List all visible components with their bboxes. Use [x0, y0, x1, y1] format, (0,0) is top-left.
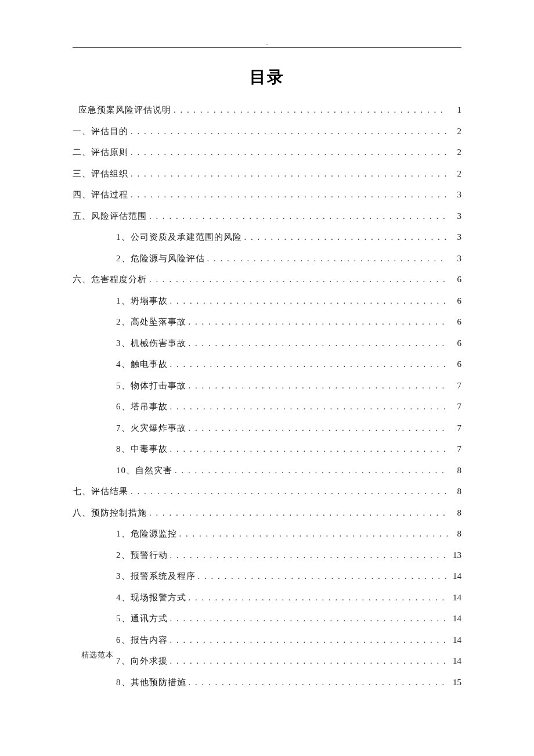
toc-leader-dots — [131, 169, 448, 179]
toc-leader-dots — [170, 550, 448, 560]
toc-leader-dots — [244, 232, 448, 242]
toc-leader-dots — [189, 678, 448, 687]
toc-entry: 1、危险源监控8 — [73, 528, 461, 539]
toc-entry: 5、通讯方式14 — [73, 613, 461, 624]
toc-page-number: 7 — [450, 381, 461, 391]
toc-entry: 三、评估组织2 — [73, 168, 461, 179]
toc-entry: 8、其他预防措施15 — [73, 677, 461, 688]
toc-page-number: 8 — [450, 529, 461, 539]
toc-leader-dots — [198, 571, 448, 581]
toc-label: 6、报告内容 — [116, 635, 168, 646]
toc-page-number: 6 — [450, 359, 461, 369]
toc-entry: 四、评估过程3 — [73, 189, 461, 200]
toc-entry: 六、危害程度分析6 — [73, 274, 461, 285]
toc-page-number: 1 — [450, 105, 461, 115]
toc-label: 4、现场报警方式 — [116, 592, 186, 603]
toc-page-number: 13 — [450, 550, 461, 560]
toc-page-number: 7 — [450, 402, 461, 412]
toc-leader-dots — [189, 423, 448, 433]
toc-entry: 8、中毒事故7 — [73, 444, 461, 455]
toc-page-number: 3 — [450, 232, 461, 242]
toc-label: 五、风险评估范围 — [73, 211, 147, 222]
toc-page-number: 8 — [450, 487, 461, 496]
toc-leader-dots — [149, 211, 448, 221]
header-mark: . — [73, 41, 461, 46]
toc-entry: 二、评估原则2 — [73, 147, 461, 158]
toc-page-number: 14 — [450, 593, 461, 603]
toc-page-number: 15 — [450, 678, 461, 687]
toc-entry: 3、机械伤害事故6 — [73, 338, 461, 349]
document-page: . 目录 应急预案风险评估说明1一、评估目的2二、评估原则2三、评估组织2四、评… — [0, 0, 534, 688]
toc-page-number: 14 — [450, 571, 461, 581]
toc-leader-dots — [170, 635, 448, 645]
toc-entry: 10、自然灾害8 — [73, 465, 461, 476]
toc-page-number: 2 — [450, 169, 461, 179]
toc-page-number: 7 — [450, 444, 461, 454]
toc-entry: 6、报告内容14 — [73, 635, 461, 646]
toc-entry: 7、火灾爆炸事故7 — [73, 423, 461, 434]
toc-entry: 1、公司资质及承建范围的风险3 — [73, 232, 461, 243]
toc-leader-dots — [170, 444, 448, 454]
toc-entry: 7、向外求援14 — [73, 656, 461, 667]
toc-label: 5、通讯方式 — [116, 613, 168, 624]
toc-leader-dots — [170, 402, 448, 412]
toc-page-number: 14 — [450, 635, 461, 645]
toc-leader-dots — [189, 339, 448, 348]
toc-label: 1、危险源监控 — [116, 528, 177, 539]
toc-label: 10、自然灾害 — [116, 465, 172, 476]
toc-entry: 2、危险源与风险评估3 — [73, 253, 461, 264]
toc-entry: 2、预警行动13 — [73, 550, 461, 561]
toc-label: 2、高处坠落事故 — [116, 316, 186, 327]
toc-page-number: 2 — [450, 127, 461, 136]
toc-entry: 2、高处坠落事故6 — [73, 316, 461, 327]
toc-entry: 3、报警系统及程序14 — [73, 571, 461, 582]
toc-entry: 八、预防控制措施8 — [73, 507, 461, 519]
toc-label: 5、物体打击事故 — [116, 380, 186, 391]
page-title: 目录 — [73, 66, 461, 88]
toc-page-number: 8 — [450, 466, 461, 476]
toc-leader-dots — [170, 656, 448, 666]
toc-label: 应急预案风险评估说明 — [78, 105, 171, 116]
toc-entry: 一、评估目的2 — [73, 126, 461, 137]
toc-label: 4、触电事故 — [116, 359, 168, 370]
toc-leader-dots — [170, 614, 448, 624]
toc-label: 一、评估目的 — [73, 126, 128, 137]
toc-label: 7、向外求援 — [116, 656, 168, 667]
toc-leader-dots — [179, 529, 448, 539]
toc-page-number: 3 — [450, 190, 461, 200]
toc-leader-dots — [131, 190, 448, 200]
toc-label: 7、火灾爆炸事故 — [116, 423, 186, 434]
toc-label: 8、其他预防措施 — [116, 677, 186, 688]
toc-label: 6、塔吊事故 — [116, 401, 168, 412]
toc-page-number: 8 — [450, 508, 461, 518]
toc-label: 六、危害程度分析 — [73, 274, 147, 285]
toc-page-number: 3 — [450, 211, 461, 221]
toc-leader-dots — [175, 466, 448, 476]
toc-leader-dots — [131, 487, 448, 496]
toc-page-number: 6 — [450, 275, 461, 285]
toc-page-number: 6 — [450, 296, 461, 306]
toc-label: 七、评估结果 — [73, 486, 128, 497]
toc-label: 1、坍塌事故 — [116, 296, 168, 307]
toc-label: 2、危险源与风险评估 — [116, 253, 205, 264]
toc-leader-dots — [170, 359, 448, 369]
toc-label: 3、机械伤害事故 — [116, 338, 186, 349]
toc-label: 1、公司资质及承建范围的风险 — [116, 232, 242, 243]
toc-label: 8、中毒事故 — [116, 444, 168, 455]
toc-page-number: 7 — [450, 423, 461, 433]
toc-page-number: 14 — [450, 614, 461, 624]
toc-leader-dots — [189, 317, 448, 327]
toc-label: 四、评估过程 — [73, 189, 128, 200]
toc-leader-dots — [189, 381, 448, 391]
table-of-contents: 应急预案风险评估说明1一、评估目的2二、评估原则2三、评估组织2四、评估过程3五… — [73, 105, 461, 688]
footer-text: 精选范本 — [81, 650, 114, 660]
toc-label: 2、预警行动 — [116, 550, 168, 561]
toc-page-number: 14 — [450, 656, 461, 666]
toc-entry: 4、触电事故6 — [73, 359, 461, 370]
toc-leader-dots — [131, 127, 448, 136]
toc-label: 3、报警系统及程序 — [116, 571, 196, 582]
toc-entry: 4、现场报警方式14 — [73, 592, 461, 603]
toc-label: 三、评估组织 — [73, 168, 128, 179]
toc-page-number: 6 — [450, 317, 461, 327]
toc-entry: 应急预案风险评估说明1 — [73, 105, 461, 116]
